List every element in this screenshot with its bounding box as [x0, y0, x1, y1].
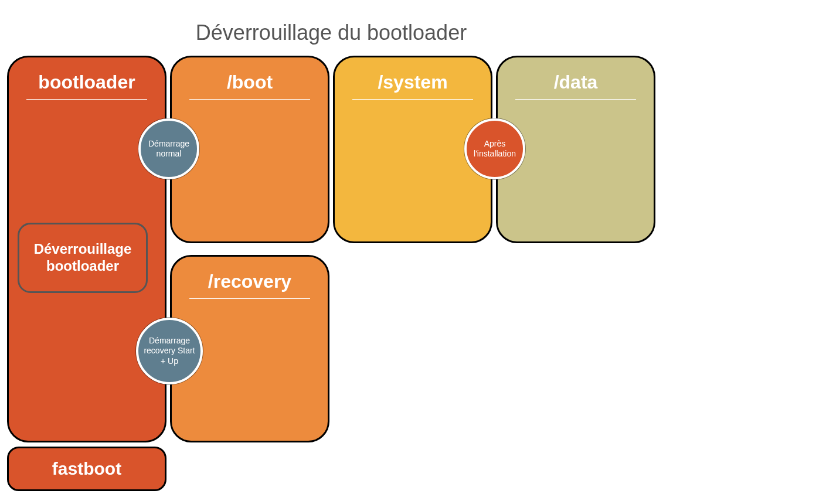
inner-box-label: Déverrouillage bootloader [25, 241, 140, 275]
box-bootloader-label: bootloader [9, 57, 165, 93]
box-recovery-label: /recovery [172, 257, 328, 292]
box-fastboot-label: fastboot [52, 459, 121, 479]
circle-after-install-label: Après l'installation [469, 139, 521, 159]
inner-box-unlock-bootloader: Déverrouillage bootloader [18, 223, 148, 293]
box-recovery-rule [189, 298, 310, 299]
diagram-canvas: Déverrouillage du bootloader bootloader … [0, 0, 826, 504]
box-boot-label: /boot [172, 57, 328, 93]
circle-recovery-boot: Démarrage recovery Start + Up [136, 318, 203, 384]
circle-after-install: Après l'installation [464, 118, 525, 179]
diagram-title: Déverrouillage du bootloader [0, 21, 662, 45]
box-system-rule [352, 99, 473, 100]
circle-normal-boot: Démarrage normal [138, 118, 199, 179]
box-system-label: /system [335, 57, 491, 93]
circle-recovery-boot-label: Démarrage recovery Start + Up [141, 336, 198, 367]
circle-normal-boot-label: Démarrage normal [143, 139, 195, 159]
box-data-label: /data [498, 57, 654, 93]
box-data-rule [515, 99, 636, 100]
box-fastboot: fastboot [7, 447, 166, 491]
box-boot-rule [189, 99, 310, 100]
box-bootloader-rule [26, 99, 147, 100]
